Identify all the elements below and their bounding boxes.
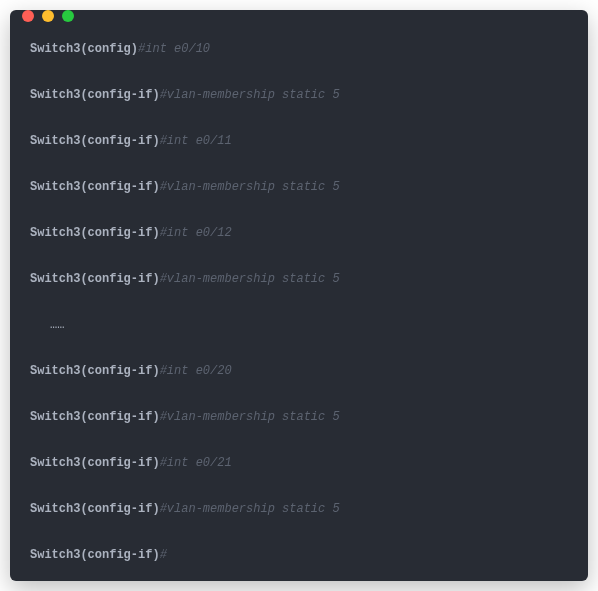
command-text: #int e0/12 <box>160 224 232 242</box>
terminal-line: Switch3(config-if)#vlan-membership stati… <box>30 500 568 518</box>
command-text: #vlan-membership static 5 <box>160 500 340 518</box>
command-text: #int e0/10 <box>138 40 210 58</box>
terminal-line: Switch3(config-if)#int e0/20 <box>30 362 568 380</box>
close-icon[interactable] <box>22 10 34 22</box>
terminal-line: Switch3(config)#int e0/10 <box>30 40 568 58</box>
maximize-icon[interactable] <box>62 10 74 22</box>
terminal-window: Switch3(config)#int e0/10Switch3(config-… <box>10 10 588 581</box>
terminal-line: Switch3(config-if)#vlan-membership stati… <box>30 86 568 104</box>
terminal-line: Switch3(config-if)# <box>30 546 568 564</box>
terminal-body[interactable]: Switch3(config)#int e0/10Switch3(config-… <box>10 22 588 581</box>
command-text: #vlan-membership static 5 <box>160 270 340 288</box>
command-text: #int e0/11 <box>160 132 232 150</box>
command-text: #int e0/21 <box>160 454 232 472</box>
prompt-text: Switch3(config-if) <box>30 270 160 288</box>
prompt-text: Switch3(config-if) <box>30 86 160 104</box>
terminal-line: Switch3(config-if)#int e0/12 <box>30 224 568 242</box>
command-text: # <box>160 546 167 564</box>
prompt-text: Switch3(config-if) <box>30 454 160 472</box>
prompt-text: Switch3(config-if) <box>30 546 160 564</box>
prompt-text: Switch3(config-if) <box>30 500 160 518</box>
command-text: #vlan-membership static 5 <box>160 408 340 426</box>
prompt-text: Switch3(config-if) <box>30 132 160 150</box>
prompt-text: Switch3(config-if) <box>30 408 160 426</box>
terminal-line: Switch3(config-if)#vlan-membership stati… <box>30 408 568 426</box>
command-text: #vlan-membership static 5 <box>160 86 340 104</box>
titlebar <box>10 10 588 22</box>
terminal-line: Switch3(config-if)#vlan-membership stati… <box>30 178 568 196</box>
prompt-text: Switch3(config) <box>30 40 138 58</box>
terminal-line: Switch3(config-if)#int e0/11 <box>30 132 568 150</box>
minimize-icon[interactable] <box>42 10 54 22</box>
prompt-text: Switch3(config-if) <box>30 362 160 380</box>
terminal-line: Switch3(config-if)#vlan-membership stati… <box>30 270 568 288</box>
command-text: #int e0/20 <box>160 362 232 380</box>
terminal-line: Switch3(config-if)#int e0/21 <box>30 454 568 472</box>
command-text: #vlan-membership static 5 <box>160 178 340 196</box>
prompt-text: Switch3(config-if) <box>30 224 160 242</box>
prompt-text: Switch3(config-if) <box>30 178 160 196</box>
ellipsis-line: …… <box>30 316 568 334</box>
